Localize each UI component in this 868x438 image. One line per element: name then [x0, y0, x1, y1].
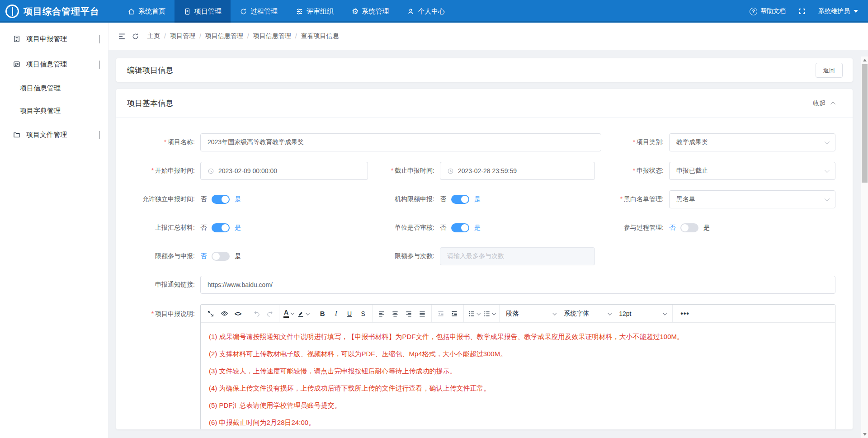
underline-icon[interactable]: U	[343, 307, 356, 320]
editor-line: (6) 申报截止时间为2月28日24:00。	[209, 414, 827, 429]
paragraph-style-dropdown[interactable]: 段落	[502, 307, 560, 320]
username: 系统维护员	[818, 7, 850, 15]
nav-item-home[interactable]: 系统首页	[118, 0, 175, 23]
refresh-icon[interactable]	[132, 33, 139, 40]
app-title: 项目综合管理平台	[24, 5, 99, 18]
back-button[interactable]: 返回	[816, 63, 843, 78]
quota-times-label: 限额参与次数:	[368, 252, 440, 260]
start-time-input[interactable]: 2023-02-09 00:00:00	[200, 162, 368, 180]
blacklist-select[interactable]: 黑名单	[669, 190, 835, 208]
declare-status-select[interactable]: 申报已截止	[669, 162, 835, 180]
align-left-icon[interactable]	[375, 307, 388, 320]
align-right-icon[interactable]	[402, 307, 415, 320]
breadcrumb-info-mgmt[interactable]: 项目信息管理	[205, 32, 243, 40]
project-category-label: *项目类别:	[601, 138, 669, 146]
outdent-icon[interactable]	[434, 307, 448, 320]
preview-eye-icon[interactable]	[217, 307, 231, 320]
chevron-down-icon	[492, 311, 496, 315]
form-doc-icon	[13, 35, 21, 43]
breadcrumb-home[interactable]: 主页	[147, 32, 160, 40]
undo-icon[interactable]	[250, 307, 263, 320]
end-time-label: *截止申报时间:	[368, 167, 440, 175]
allow-independent-label: 允许独立申报时间:	[116, 195, 200, 203]
org-quota-switch[interactable]	[451, 195, 469, 204]
scrollbar-thumb[interactable]	[862, 64, 868, 183]
sidebar-subitem-project-dict-mgmt[interactable]: 项目字典管理	[0, 99, 108, 122]
fullscreen-icon[interactable]	[798, 8, 806, 15]
clock-icon	[208, 168, 214, 174]
document-icon	[184, 8, 191, 15]
nav-item-project[interactable]: 项目管理	[175, 0, 231, 23]
redo-icon[interactable]	[263, 307, 277, 320]
sync-icon	[240, 8, 247, 15]
nav-item-personal[interactable]: 个人中心	[398, 0, 454, 23]
allow-independent-switch[interactable]	[212, 195, 230, 204]
sidebar-item-project-declare[interactable]: 项目申报管理	[0, 26, 108, 52]
nav-item-review[interactable]: 评审组织	[287, 0, 343, 23]
org-quota-toggle-group: 否 是	[440, 195, 481, 204]
scroll-up-arrow-icon[interactable]	[861, 57, 868, 64]
nav-item-process[interactable]: 过程管理	[231, 0, 287, 23]
strikethrough-icon[interactable]: S	[356, 307, 370, 320]
chevron-up-icon	[99, 61, 100, 68]
scrollbar[interactable]	[861, 57, 868, 438]
fullscreen-editor-icon[interactable]	[204, 307, 217, 320]
folder-icon	[13, 131, 21, 139]
collapse-toggle[interactable]: 收起	[813, 99, 835, 108]
chevron-down-icon	[306, 311, 310, 315]
font-size-dropdown[interactable]: 12pt	[615, 307, 670, 320]
report-summary-switch[interactable]	[212, 223, 230, 232]
sidebar-item-project-files[interactable]: 项目文件管理	[0, 122, 108, 147]
brand: 项目综合管理平台	[0, 5, 118, 18]
end-time-input[interactable]: 2023-02-28 23:59:59	[440, 162, 595, 180]
user-menu[interactable]: 系统维护员	[818, 7, 858, 15]
chevron-down-icon	[553, 311, 557, 315]
italic-icon[interactable]: I	[329, 307, 343, 320]
chevron-down-icon	[99, 131, 100, 139]
sidebar-subitem-project-info-mgmt[interactable]: 项目信息管理	[0, 77, 108, 99]
chevron-up-icon	[830, 101, 835, 106]
more-tools-button[interactable]: •••	[675, 310, 695, 318]
editor-content[interactable]: (1) 成果编号请按照通知文件中说明进行填写，【申报书材料】为PDF文件，包括申…	[201, 323, 835, 429]
declare-status-label: *申报状态:	[601, 167, 669, 175]
bold-icon[interactable]: B	[316, 307, 329, 320]
caret-down-icon	[854, 10, 858, 13]
align-justify-icon[interactable]	[415, 307, 429, 320]
nav-item-system[interactable]: ⚙ 系统管理	[343, 0, 398, 23]
chevron-down-icon	[477, 311, 481, 315]
basic-info-card: 项目基本信息 收起 *项目名称: 2023年国家级高等教育教学成果奖 *项目类别…	[116, 89, 853, 429]
help-docs-link[interactable]: 帮助文档	[750, 7, 786, 15]
sidebar-fold-icon[interactable]	[118, 32, 126, 41]
project-name-input[interactable]: 2023年国家级高等教育教学成果奖	[200, 133, 601, 151]
notice-link-input[interactable]: https://www.baidu.com/	[200, 276, 835, 294]
source-code-icon[interactable]: <>	[231, 307, 245, 320]
breadcrumb-info-mgmt-2[interactable]: 项目信息管理	[253, 32, 291, 40]
indent-icon[interactable]	[448, 307, 461, 320]
quota-participate-label: 限额参与申报:	[116, 252, 200, 260]
section-title: 项目基本信息	[127, 98, 173, 108]
ordered-list-button[interactable]	[466, 310, 481, 317]
report-summary-toggle-group: 否 是	[200, 223, 241, 232]
bullet-list-button[interactable]	[481, 310, 497, 317]
chevron-down-icon	[291, 311, 294, 315]
process-mgmt-switch[interactable]	[680, 223, 698, 232]
align-center-icon[interactable]	[388, 307, 402, 320]
scroll-down-arrow-icon[interactable]	[861, 431, 868, 438]
quota-participate-switch[interactable]	[212, 252, 230, 261]
user-icon	[407, 8, 415, 15]
breadcrumb-project-mgmt[interactable]: 项目管理	[170, 32, 195, 40]
unit-audit-switch[interactable]	[451, 223, 469, 232]
allow-independent-toggle-group: 否 是	[200, 195, 241, 204]
font-family-dropdown[interactable]: 系统字体	[560, 307, 615, 320]
editor-toolbar: <> A	[201, 305, 835, 323]
breadcrumb-bar: 主页 / 项目管理 / 项目信息管理 / 项目信息管理 / 查看项目信息	[108, 23, 868, 50]
highlight-color-button[interactable]	[295, 310, 311, 317]
navbar-right: 帮助文档 系统维护员	[750, 7, 868, 15]
section-header: 项目基本信息 收起	[116, 89, 853, 118]
chevron-down-icon	[825, 139, 830, 144]
app-logo-icon	[5, 5, 19, 18]
info-card-icon	[13, 60, 21, 68]
project-category-select[interactable]: 教学成果类	[669, 133, 835, 151]
text-color-button[interactable]: A	[282, 309, 295, 317]
sidebar-item-project-info[interactable]: 项目信息管理	[0, 52, 108, 77]
